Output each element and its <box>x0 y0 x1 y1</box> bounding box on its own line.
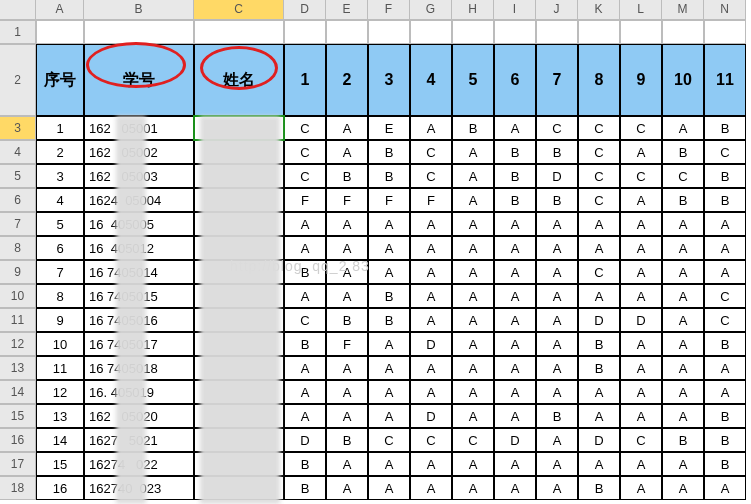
cell-grade[interactable]: F <box>368 188 410 212</box>
cell-seq[interactable]: 1 <box>36 116 84 140</box>
cell-id[interactable]: 16 7405018 <box>84 356 194 380</box>
column-header-J[interactable]: J <box>536 0 578 20</box>
cell-name[interactable] <box>194 428 284 452</box>
cell-seq[interactable]: 9 <box>36 308 84 332</box>
cell-grade[interactable]: B <box>368 164 410 188</box>
cell-grade[interactable]: A <box>662 116 704 140</box>
cell-grade[interactable]: B <box>536 188 578 212</box>
cell-grade[interactable]: A <box>284 212 326 236</box>
cell-seq[interactable]: 6 <box>36 236 84 260</box>
cell-seq[interactable]: 5 <box>36 212 84 236</box>
row-header[interactable]: 3 <box>0 116 36 140</box>
cell-grade[interactable]: A <box>494 236 536 260</box>
cell-grade[interactable]: A <box>410 380 452 404</box>
cell-grade[interactable]: A <box>494 452 536 476</box>
cell-grade[interactable]: B <box>326 308 368 332</box>
column-header-B[interactable]: B <box>84 0 194 20</box>
cell-grade[interactable]: B <box>452 116 494 140</box>
empty-cell[interactable] <box>284 20 326 44</box>
cell-grade[interactable]: D <box>578 428 620 452</box>
cell-grade[interactable]: A <box>494 476 536 500</box>
cell-seq[interactable]: 15 <box>36 452 84 476</box>
row-header[interactable]: 11 <box>0 308 36 332</box>
cell-grade[interactable]: C <box>620 428 662 452</box>
cell-grade[interactable]: A <box>704 236 746 260</box>
cell-grade[interactable]: C <box>284 116 326 140</box>
row-header[interactable]: 16 <box>0 428 36 452</box>
cell-grade[interactable]: A <box>620 356 662 380</box>
cell-grade[interactable]: A <box>662 380 704 404</box>
cell-grade[interactable]: A <box>368 356 410 380</box>
row-header[interactable]: 9 <box>0 260 36 284</box>
cell-grade[interactable]: D <box>536 164 578 188</box>
cell-grade[interactable]: B <box>368 140 410 164</box>
cell-grade[interactable]: A <box>452 452 494 476</box>
cell-id[interactable]: 16 7405014 <box>84 260 194 284</box>
cell-grade[interactable]: A <box>326 116 368 140</box>
cell-grade[interactable]: B <box>662 140 704 164</box>
cell-seq[interactable]: 2 <box>36 140 84 164</box>
cell-name[interactable] <box>194 212 284 236</box>
header-col-11[interactable]: 11 <box>704 44 746 116</box>
cell-grade[interactable]: A <box>452 476 494 500</box>
cell-grade[interactable]: A <box>410 308 452 332</box>
cell-id[interactable]: 162 05001 <box>84 116 194 140</box>
cell-seq[interactable]: 14 <box>36 428 84 452</box>
cell-grade[interactable]: C <box>704 284 746 308</box>
cell-grade[interactable]: A <box>284 380 326 404</box>
header-col-10[interactable]: 10 <box>662 44 704 116</box>
row-header[interactable]: 7 <box>0 212 36 236</box>
cell-grade[interactable]: A <box>620 284 662 308</box>
cell-grade[interactable]: A <box>620 188 662 212</box>
cell-grade[interactable]: A <box>494 356 536 380</box>
empty-cell[interactable] <box>536 20 578 44</box>
cell-grade[interactable]: A <box>704 212 746 236</box>
cell-grade[interactable]: A <box>494 260 536 284</box>
cell-grade[interactable]: D <box>578 308 620 332</box>
row-header[interactable]: 8 <box>0 236 36 260</box>
cell-grade[interactable]: A <box>452 404 494 428</box>
cell-grade[interactable]: B <box>536 140 578 164</box>
cell-grade[interactable]: B <box>578 356 620 380</box>
row-header[interactable]: 13 <box>0 356 36 380</box>
cell-grade[interactable]: A <box>578 284 620 308</box>
cell-grade[interactable]: A <box>284 356 326 380</box>
cell-grade[interactable]: F <box>326 188 368 212</box>
header-col-4[interactable]: 4 <box>410 44 452 116</box>
cell-grade[interactable]: A <box>494 116 536 140</box>
cell-grade[interactable]: A <box>704 356 746 380</box>
cell-grade[interactable]: B <box>368 284 410 308</box>
cell-seq[interactable]: 7 <box>36 260 84 284</box>
empty-cell[interactable] <box>410 20 452 44</box>
cell-grade[interactable]: A <box>536 212 578 236</box>
cell-name[interactable] <box>194 356 284 380</box>
cell-grade[interactable]: A <box>410 356 452 380</box>
cell-grade[interactable]: A <box>284 236 326 260</box>
empty-cell[interactable] <box>84 20 194 44</box>
cell-grade[interactable]: C <box>410 428 452 452</box>
cell-grade[interactable]: B <box>704 116 746 140</box>
cell-grade[interactable]: B <box>284 332 326 356</box>
cell-name[interactable] <box>194 164 284 188</box>
cell-grade[interactable]: B <box>326 428 368 452</box>
cell-id[interactable]: 16 7405015 <box>84 284 194 308</box>
cell-grade[interactable]: A <box>326 452 368 476</box>
cell-grade[interactable]: B <box>704 428 746 452</box>
cell-grade[interactable]: A <box>494 404 536 428</box>
cell-grade[interactable]: A <box>494 308 536 332</box>
cell-grade[interactable]: C <box>410 164 452 188</box>
column-header-D[interactable]: D <box>284 0 326 20</box>
cell-grade[interactable]: A <box>410 452 452 476</box>
cell-grade[interactable]: A <box>326 404 368 428</box>
cell-grade[interactable]: A <box>578 236 620 260</box>
cell-grade[interactable]: A <box>368 236 410 260</box>
corner-cell[interactable] <box>0 0 36 20</box>
cell-id[interactable]: 162 05020 <box>84 404 194 428</box>
column-header-G[interactable]: G <box>410 0 452 20</box>
cell-seq[interactable]: 13 <box>36 404 84 428</box>
header-col-3[interactable]: 3 <box>368 44 410 116</box>
cell-grade[interactable]: B <box>284 476 326 500</box>
cell-grade[interactable]: B <box>368 308 410 332</box>
row-header[interactable]: 18 <box>0 476 36 500</box>
cell-grade[interactable]: A <box>662 404 704 428</box>
